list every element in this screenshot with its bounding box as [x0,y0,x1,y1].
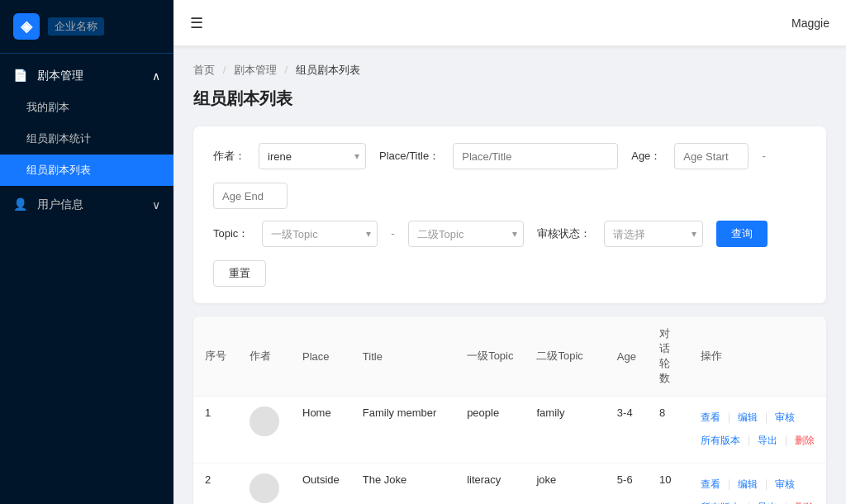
topic2-select[interactable]: 二级Topic [408,221,524,247]
cell-place: Home [291,397,351,464]
hamburger-icon[interactable]: ☰ [190,14,203,32]
action-review-0[interactable]: 审核 [775,411,795,423]
topbar-left: ☰ [190,14,203,32]
cell-topic1: literacy [455,464,525,505]
col-actions: 操作 [689,316,826,397]
sidebar-item-my-scripts[interactable]: 我的剧本 [0,92,173,123]
place-title-label: Place/Title： [379,149,440,164]
table-header-row: 序号 作者 Place Title 一级Topic 二级Topic Age 对话… [193,316,826,397]
age-dash: - [762,150,766,163]
table-row: 1 Home Family member people family 3-4 8… [193,397,826,464]
age-end-input[interactable] [213,183,288,209]
query-button[interactable]: 查询 [716,221,768,247]
sidebar-item-member-stats[interactable]: 组员剧本统计 [0,123,173,155]
cell-actions: 查看｜编辑｜审核 所有版本｜导出｜删除 [689,397,826,464]
cell-no: 2 [193,464,238,505]
sidebar-section-user-header[interactable]: 👤 用户信息 ∨ [0,189,173,221]
review-select[interactable]: 请选择 [604,221,703,247]
col-author: 作者 [238,316,291,397]
cell-no: 1 [193,397,238,464]
breadcrumb: 首页 / 剧本管理 / 组员剧本列表 [193,63,826,78]
cell-actions: 查看｜编辑｜审核 所有版本｜导出｜删除 [689,464,826,505]
filter-row-2: Topic： 一级Topic - 二级Topic 审核状态： 请选择 [213,221,806,287]
chevron-down-icon: ∨ [152,198,160,212]
cell-age: 3-4 [606,397,648,464]
user-icon: 👤 [13,197,27,211]
col-age: Age [606,316,648,397]
breadcrumb-sep-1: / [223,64,229,76]
data-table: 序号 作者 Place Title 一级Topic 二级Topic Age 对话… [193,316,826,504]
main-content: ☰ Maggie 首页 / 剧本管理 / 组员剧本列表 组员剧本列表 作者： i… [173,0,846,504]
table-row: 2 Outside The Joke literacy joke 5-6 10 … [193,464,826,505]
reset-button[interactable]: 重置 [213,260,266,287]
author-label: 作者： [213,149,245,164]
age-start-input[interactable] [674,143,749,169]
sidebar-menu: 📄 剧本管理 ∧ 我的剧本 组员剧本统计 组员剧本列表 👤 用户信息 ∨ [0,54,173,504]
topic1-select[interactable]: 一级Topic [262,221,378,247]
avatar [250,407,279,436]
filter-card: 作者： irene Place/Title： Age： - Topic： [193,126,826,303]
page-content: 首页 / 剧本管理 / 组员剧本列表 组员剧本列表 作者： irene Plac… [173,46,846,504]
topic2-select-wrapper: 二级Topic [408,221,524,247]
logo-icon: ◈ [13,13,40,40]
topbar-user: Maggie [791,17,829,30]
action-view-0[interactable]: 查看 [701,411,720,423]
action-review-1[interactable]: 审核 [775,478,795,490]
col-topic2: 二级Topic [525,316,605,397]
sidebar-section-scripts-label: 剧本管理 [37,69,83,82]
review-select-wrapper: 请选择 [604,221,703,247]
author-select-wrapper: irene [259,143,366,169]
action-view-1[interactable]: 查看 [701,478,720,490]
logo-text: 企业名称 [48,17,104,36]
col-title: Title [351,316,455,397]
col-topic1: 一级Topic [455,316,525,397]
topic1-select-wrapper: 一级Topic [262,221,378,247]
topic-label: Topic： [213,226,249,241]
cell-author [238,464,291,505]
author-select[interactable]: irene [259,143,366,169]
cell-title: Family member [351,397,455,464]
page-title: 组员剧本列表 [193,88,826,110]
action-allversions-0[interactable]: 所有版本 [701,435,740,446]
cell-topic2: family [525,397,605,464]
action-edit-1[interactable]: 编辑 [738,478,758,490]
sidebar-item-member-list[interactable]: 组员剧本列表 [0,155,173,186]
action-export-0[interactable]: 导出 [758,435,777,446]
cell-rounds: 8 [648,397,689,464]
place-title-input[interactable] [453,143,618,169]
breadcrumb-sep-2: / [284,64,290,76]
cell-place: Outside [291,464,351,505]
cell-topic2: joke [525,464,605,505]
topbar: ☰ Maggie [173,0,846,46]
sidebar-section-scripts: 📄 剧本管理 ∧ 我的剧本 组员剧本统计 组员剧本列表 [0,60,173,186]
action-edit-0[interactable]: 编辑 [738,411,758,423]
cell-rounds: 10 [648,464,689,505]
filter-row-1: 作者： irene Place/Title： Age： - [213,143,806,209]
cell-age: 5-6 [606,464,648,505]
avatar [250,473,279,503]
topic-dash: - [391,227,395,240]
col-no: 序号 [193,316,238,397]
age-label: Age： [631,149,661,164]
cell-author [238,397,291,464]
cell-topic1: people [455,397,525,464]
script-icon: 📄 [13,69,27,82]
breadcrumb-scripts[interactable]: 剧本管理 [234,64,277,76]
action-delete-0[interactable]: 删除 [795,435,815,446]
sidebar-logo: ◈ 企业名称 [0,0,173,54]
review-label: 审核状态： [537,226,591,241]
sidebar: ◈ 企业名称 📄 剧本管理 ∧ 我的剧本 组员剧本统计 组员剧本列表 [0,0,173,504]
cell-title: The Joke [351,464,455,505]
col-place: Place [291,316,351,397]
chevron-up-icon: ∧ [152,69,160,83]
table-card: 序号 作者 Place Title 一级Topic 二级Topic Age 对话… [193,316,826,504]
sidebar-section-scripts-header[interactable]: 📄 剧本管理 ∧ [0,60,173,92]
breadcrumb-current: 组员剧本列表 [296,64,360,76]
col-rounds: 对话轮数 [648,316,689,397]
breadcrumb-home[interactable]: 首页 [193,64,215,76]
sidebar-section-user-label: 用户信息 [37,197,83,211]
